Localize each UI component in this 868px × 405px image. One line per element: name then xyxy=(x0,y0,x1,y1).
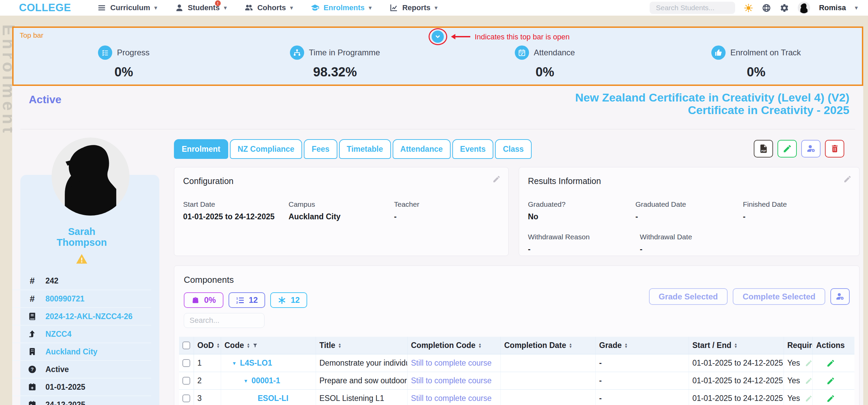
grade-selected-button[interactable]: Grade Selected xyxy=(649,288,728,305)
start-end-cell: 01-01-2025 to 24-12-2025 xyxy=(689,372,784,389)
select-all-checkbox[interactable] xyxy=(182,342,190,349)
component-count-badge[interactable]: 12 xyxy=(229,292,265,308)
col-header-code[interactable]: Code▲▼ xyxy=(221,337,316,354)
calendar-plus-icon xyxy=(27,383,37,391)
metric-value: 98.32% xyxy=(290,65,380,79)
expand-caret-icon[interactable]: ▼ xyxy=(232,361,237,366)
field-label: Teacher xyxy=(394,200,499,208)
chart-line-icon xyxy=(389,3,398,12)
metric-time-in-programme: Time in Programme 98.32% xyxy=(290,45,380,79)
tab-enrolment[interactable]: Enrolment xyxy=(174,139,228,159)
search-students-input[interactable] xyxy=(650,2,735,14)
code-link[interactable]: ESOL-LI xyxy=(258,394,289,403)
metric-value: 0% xyxy=(98,65,150,79)
nav-item-students[interactable]: Students ! ▾ xyxy=(175,3,227,12)
expand-caret-icon[interactable]: ▼ xyxy=(243,378,248,384)
annotation-circle xyxy=(429,28,447,45)
students-alert-badge: ! xyxy=(215,0,221,6)
app-logo[interactable]: COLLEGE xyxy=(19,2,71,14)
detail-value[interactable]: NZCC4 xyxy=(45,330,72,339)
edit-enrolment-button[interactable] xyxy=(777,140,797,158)
tab-class[interactable]: Class xyxy=(495,139,531,159)
code-link[interactable]: L4S-LO1 xyxy=(240,358,272,368)
pencil-icon[interactable] xyxy=(826,394,835,403)
student-avatar[interactable] xyxy=(52,137,130,216)
pencil-icon[interactable] xyxy=(805,377,812,385)
chevron-down-icon[interactable]: ▾ xyxy=(855,4,858,12)
student-warning[interactable] xyxy=(12,253,151,265)
title-cell: Prepare and sow outdoor s xyxy=(316,372,408,389)
col-header-ood[interactable]: OoD▲▼ xyxy=(194,337,221,354)
nav-item-label: Curriculum xyxy=(110,3,150,12)
asterisk-icon xyxy=(278,296,286,305)
programme-title-line1: New Zealand Certificate in Creativity (L… xyxy=(575,91,849,104)
assign-user-button[interactable] xyxy=(801,140,821,158)
delete-enrolment-button[interactable] xyxy=(825,140,844,158)
user-avatar[interactable] xyxy=(798,2,810,14)
row-checkbox[interactable] xyxy=(182,359,190,367)
field-value: Auckland City xyxy=(289,212,394,221)
detail-value: 242 xyxy=(45,276,58,286)
filter-icon[interactable] xyxy=(253,343,258,348)
nav-item-label: Cohorts xyxy=(257,3,286,12)
people-icon xyxy=(244,3,253,12)
pencil-icon[interactable] xyxy=(805,394,812,403)
tab-events[interactable]: Events xyxy=(452,139,493,159)
pencil-icon[interactable] xyxy=(826,376,835,385)
nav-item-reports[interactable]: Reports ▾ xyxy=(389,3,437,12)
actions-cell xyxy=(813,372,854,389)
nav-item-curriculum[interactable]: Curriculum ▾ xyxy=(97,3,157,12)
metric-label: Progress xyxy=(117,48,150,57)
metric-progress: Progress 0% xyxy=(98,45,150,79)
col-header-required[interactable]: Required xyxy=(784,337,813,354)
row-checkbox[interactable] xyxy=(182,377,190,385)
metric-enrolment-on-track: Enrolment on Track 0% xyxy=(711,45,801,79)
code-link[interactable]: 00001-1 xyxy=(252,376,280,385)
hash-icon: # xyxy=(27,294,37,304)
detail-value[interactable]: 2024-12-AKL-NZCC4-26 xyxy=(45,312,133,321)
topbar-annotation-label: Top bar xyxy=(20,31,43,39)
detail-value[interactable]: 800990721 xyxy=(45,294,84,303)
tab-nz-compliance[interactable]: NZ Compliance xyxy=(230,139,302,159)
field-withdrawal-date: Withdrawal Date - xyxy=(640,233,752,254)
tab-fees[interactable]: Fees xyxy=(304,139,337,159)
detail-campus: Auckland City xyxy=(12,343,151,360)
completion-code-cell[interactable]: Still to complete course xyxy=(408,354,501,372)
components-search-input[interactable] xyxy=(184,313,264,328)
complete-selected-button[interactable]: Complete Selected xyxy=(733,288,825,305)
nav-item-cohorts[interactable]: Cohorts ▾ xyxy=(244,3,293,12)
col-header-grade[interactable]: Grade▲▼ xyxy=(596,337,689,354)
bulk-assign-button[interactable] xyxy=(830,288,850,305)
card-title: Configuration xyxy=(183,176,499,186)
completion-code-cell[interactable]: Still to complete course xyxy=(408,372,501,389)
col-header-start-end[interactable]: Start / End▲▼ xyxy=(689,337,784,354)
required-count-badge[interactable]: 12 xyxy=(270,292,307,308)
avatar-image xyxy=(52,137,130,216)
tab-attendance[interactable]: Attendance xyxy=(393,139,451,159)
pencil-icon[interactable] xyxy=(805,359,812,367)
field-start-date: Start Date 01-01-2025 to 24-12-2025 xyxy=(183,200,289,221)
row-checkbox[interactable] xyxy=(182,394,190,402)
gear-icon[interactable] xyxy=(780,3,789,13)
detail-value[interactable]: Auckland City xyxy=(45,347,97,356)
col-header-title[interactable]: Title▲▼ xyxy=(316,337,408,354)
col-header-completion-code[interactable]: Completion Code▲▼ xyxy=(408,337,501,354)
tab-timetable[interactable]: Timetable xyxy=(339,139,391,159)
required-cell: Yes xyxy=(784,372,813,389)
pencil-icon[interactable] xyxy=(492,175,501,183)
globe-icon[interactable] xyxy=(762,3,771,13)
pencil-icon[interactable] xyxy=(826,359,835,368)
field-value: - xyxy=(743,212,850,221)
sort-icon: ▲▼ xyxy=(478,343,481,348)
credits-badge[interactable]: 0% xyxy=(184,292,223,308)
pencil-icon[interactable] xyxy=(843,175,852,183)
user-name[interactable]: Romisa xyxy=(819,3,846,12)
detail-start-date: 01-01-2025 xyxy=(12,378,151,395)
col-header-completion-date[interactable]: Completion Date▲▼ xyxy=(501,337,596,354)
sort-icon: ▲▼ xyxy=(734,343,737,348)
completion-code-cell[interactable]: Still to complete course xyxy=(408,390,501,405)
sun-theme-icon[interactable] xyxy=(744,3,753,13)
field-value: 01-01-2025 to 24-12-2025 xyxy=(183,212,289,221)
nav-item-enrolments[interactable]: Enrolments ▾ xyxy=(311,3,372,12)
export-pdf-button[interactable] xyxy=(754,140,773,158)
